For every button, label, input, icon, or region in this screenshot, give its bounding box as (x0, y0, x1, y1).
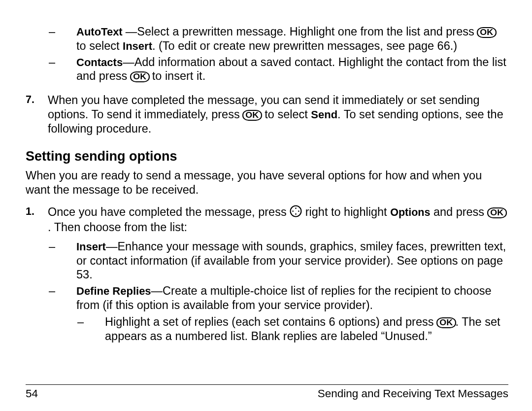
ok-icon: OK (436, 317, 456, 328)
ok-icon: OK (242, 110, 262, 121)
autotext-label: AutoText (76, 26, 126, 38)
ok-icon: OK (487, 207, 506, 218)
dash-marker: – (76, 315, 105, 343)
page-number: 54 (26, 387, 38, 400)
dash-marker: – (48, 284, 76, 343)
contacts-text-2: to insert it. (149, 69, 205, 82)
step1-text-3: and press (430, 206, 487, 218)
define-label: Define Replies (76, 285, 151, 297)
list-item-insert: – Insert—Enhance your message with sound… (48, 240, 508, 282)
send-keyword: Send (311, 108, 337, 121)
step-7-body: When you have completed the message, you… (48, 93, 508, 136)
svg-point-2 (295, 213, 297, 215)
step1-text-4: . Then choose from the list: (48, 221, 187, 234)
page-footer: 54 Sending and Receiving Text Messages (26, 384, 508, 400)
step-1-body: Once you have completed the message, pre… (48, 205, 508, 345)
list-item-define-replies: – Define Replies—Create a multiple-choic… (48, 284, 508, 343)
autotext-body: AutoText —Select a prewritten message. H… (76, 25, 508, 53)
autotext-text-1: —Select a prewritten message. Highlight … (126, 25, 477, 38)
autotext-tail: . (To edit or create new prewritten mess… (152, 39, 457, 52)
dash-marker: – (48, 55, 76, 83)
step1-text-1: Once you have completed the message, pre… (48, 206, 290, 218)
step-number: 1. (26, 205, 48, 345)
define-body: Define Replies—Create a multiple-choice … (76, 284, 508, 343)
step-7: 7. When you have completed the message, … (26, 93, 508, 136)
svg-point-0 (291, 206, 301, 216)
autotext-text-2: to select (76, 39, 123, 52)
list-item-autotext: – AutoText —Select a prewritten message.… (48, 25, 508, 53)
ok-icon: OK (130, 71, 149, 82)
list-item-contacts: – Contacts—Add information about a saved… (48, 55, 508, 83)
footer-section-title: Sending and Receiving Text Messages (318, 387, 508, 400)
ok-icon: OK (477, 27, 496, 38)
contacts-body: Contacts—Add information about a saved c… (76, 55, 508, 83)
step-1: 1. Once you have completed the message, … (26, 205, 508, 345)
step-number: 7. (26, 93, 48, 136)
section-heading: Setting sending options (26, 148, 508, 165)
options-keyword: Options (390, 206, 430, 218)
svg-point-1 (295, 207, 297, 209)
insert-text: —Enhance your message with sounds, graph… (76, 240, 506, 281)
sub-body: Highlight a set of replies (each set con… (105, 315, 508, 343)
list-item-sub-highlight: – Highlight a set of replies (each set c… (76, 315, 508, 343)
insert-keyword: Insert (123, 40, 152, 52)
step7-text-2: to select (262, 108, 311, 121)
sub-text-1: Highlight a set of replies (each set con… (105, 315, 437, 328)
insert-body: Insert—Enhance your message with sounds,… (76, 240, 508, 282)
contacts-label: Contacts (76, 56, 123, 68)
step1-text-2: right to highlight (302, 206, 390, 218)
nav-icon (290, 205, 302, 221)
svg-point-3 (292, 210, 294, 212)
svg-point-4 (298, 210, 299, 212)
insert-label: Insert (76, 240, 106, 253)
section-intro: When you are ready to send a message, yo… (26, 169, 508, 197)
dash-marker: – (48, 240, 76, 282)
dash-marker: – (48, 25, 76, 53)
